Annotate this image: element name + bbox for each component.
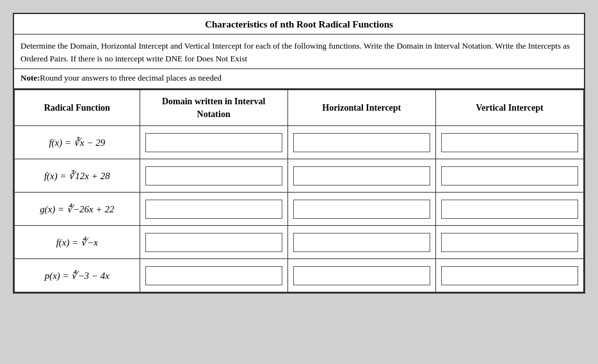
- vertical-input-cell: [435, 226, 583, 259]
- horizontal-input-cell: [287, 159, 435, 193]
- vertical-input-cell: [435, 259, 583, 292]
- table-row: p(x) = ∜−3 − 4x: [15, 259, 584, 292]
- horizontal-input-cell: [287, 126, 435, 159]
- domain-input-5[interactable]: [145, 266, 282, 285]
- col-header-horizontal: Horizontal Intercept: [287, 90, 435, 126]
- vertical-input-2[interactable]: [441, 166, 578, 186]
- domain-input-cell: [140, 126, 287, 159]
- table-row: f(x) = ∛12x + 28: [15, 159, 584, 193]
- domain-input-cell: [140, 159, 287, 193]
- main-table: Radical Function Domain written in Inter…: [14, 90, 584, 292]
- vertical-input-cell: [435, 193, 583, 226]
- note-text: Note:Round your answers to three decimal…: [14, 69, 584, 90]
- horizontal-input-4[interactable]: [293, 233, 430, 252]
- table-row: f(x) = ∜−x: [15, 226, 584, 259]
- table-row: f(x) = ∛x − 29: [15, 126, 584, 159]
- function-label: g(x) = ∜−26x + 22: [15, 193, 140, 226]
- horizontal-input-cell: [287, 226, 435, 259]
- vertical-input-cell: [435, 126, 583, 159]
- instructions-text: Determine the Domain, Horizontal Interce…: [14, 35, 584, 69]
- vertical-input-5[interactable]: [441, 266, 578, 285]
- col-header-function: Radical Function: [15, 90, 140, 126]
- vertical-input-cell: [435, 159, 583, 193]
- domain-input-cell: [140, 193, 287, 226]
- domain-input-cell: [140, 226, 287, 259]
- domain-input-1[interactable]: [145, 133, 282, 152]
- function-label: f(x) = ∜−x: [15, 226, 140, 259]
- col-header-vertical: Vertical Intercept: [435, 90, 583, 126]
- horizontal-input-1[interactable]: [293, 133, 430, 152]
- horizontal-input-cell: [287, 259, 435, 292]
- horizontal-input-5[interactable]: [293, 266, 430, 285]
- vertical-input-1[interactable]: [441, 133, 578, 152]
- function-label: f(x) = ∛x − 29: [15, 126, 140, 159]
- horizontal-input-2[interactable]: [293, 166, 430, 186]
- domain-input-cell: [140, 259, 287, 292]
- col-header-domain: Domain written in IntervalNotation: [140, 90, 287, 126]
- vertical-input-4[interactable]: [441, 233, 578, 252]
- table-row: g(x) = ∜−26x + 22: [15, 193, 584, 226]
- worksheet-title: Characteristics of nth Root Radical Func…: [14, 14, 584, 35]
- function-label: f(x) = ∛12x + 28: [15, 159, 140, 193]
- function-label: p(x) = ∜−3 − 4x: [15, 259, 140, 292]
- note-label: Note:: [20, 73, 40, 83]
- domain-input-4[interactable]: [145, 233, 282, 252]
- domain-input-3[interactable]: [145, 200, 282, 219]
- horizontal-input-3[interactable]: [293, 200, 430, 219]
- vertical-input-3[interactable]: [441, 200, 578, 219]
- worksheet: Characteristics of nth Root Radical Func…: [13, 13, 585, 294]
- horizontal-input-cell: [287, 193, 435, 226]
- domain-input-2[interactable]: [145, 166, 282, 186]
